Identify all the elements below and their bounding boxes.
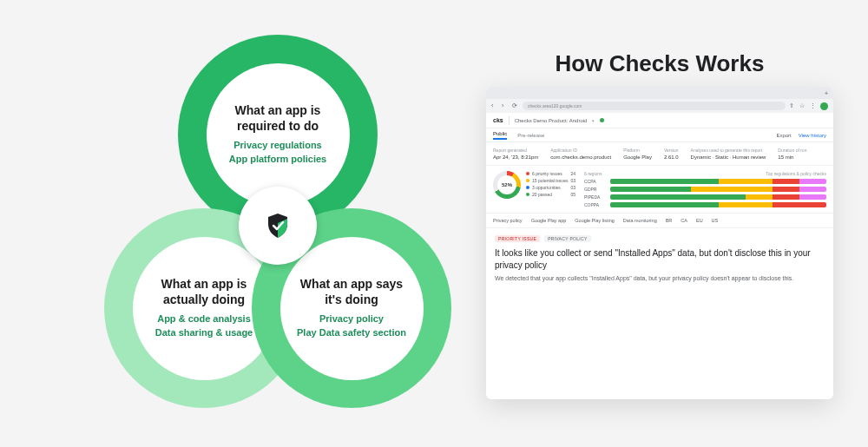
reg-bar [610,187,826,192]
filter-chips: Privacy policy Google Play app Google Pl… [486,214,833,228]
url-field[interactable]: checks.area120.google.com [523,102,786,110]
dot-icon [526,193,529,196]
dot-icon [526,186,529,189]
text: 3 opportunities [532,185,561,190]
chip[interactable]: Data monitoring [623,218,657,223]
count: 03 [570,178,575,183]
priority-headline: It looks like you collect or send "Insta… [495,247,825,271]
reg-row: PIPEDA [584,194,826,200]
reg-row: COPPA [584,202,826,207]
view-history-link[interactable]: View history [799,133,826,138]
label: Duration of run [778,148,806,153]
forward-icon[interactable]: › [502,102,509,109]
text: 6 priority issues [532,171,562,176]
reg-bar [610,194,826,200]
reg-name: GDPR [584,187,607,192]
browser-url-bar: ‹ › ⟳ checks.area120.google.com ⇧ ☆ ⋮ [486,99,833,113]
value: com.checks.demo.product [550,154,611,160]
donut-pct: 52% [497,175,516,194]
report-metadata: Report generated Apr 24, '23, 8:21pm App… [486,142,833,166]
reg-bar [610,179,826,184]
overview-right: 6 regions Top regulations & policy check… [584,171,826,207]
chip[interactable]: US [712,218,719,223]
count: 05 [570,192,575,197]
overview-head: 6 regions Top regulations & policy check… [584,171,826,176]
venn-required-heading: What an app is required to do [217,103,339,134]
venn-says-line1: Privacy policy [319,312,384,325]
product-name[interactable]: Checks Demo Product: Android [515,118,588,123]
dot-icon [526,172,529,175]
venn-actually-line2: Data sharing & usage [155,326,253,339]
label: Version [664,148,679,153]
venn-says-heading: What an app says it's doing [291,277,413,307]
count: 03 [570,185,575,190]
chip[interactable]: EU [696,218,703,223]
priority-tags: PRIORITY ISSUE PRIVACY POLICY [495,235,825,242]
count: 24 [570,171,575,176]
meta-appid: Application ID com.checks.demo.product [550,148,611,160]
tab-public[interactable]: Public [493,131,507,140]
chip: Dynamic [691,154,711,160]
shield-check-icon [263,211,293,240]
meta-version: Version 2.61.0 [664,148,679,160]
legend-priority: 6 priority issues24 [526,171,575,176]
chip[interactable]: Google Play listing [575,218,615,223]
star-icon[interactable]: ☆ [799,102,806,109]
app-logo-text: cks [493,117,503,123]
meta-analyses: Analyses used to generate this report Dy… [691,148,766,160]
value: Apr 24, '23, 8:21pm [493,154,538,160]
reg-row: GDPR [584,187,826,192]
reg-name: COPPA [584,202,607,207]
legend-opportunity: 3 opportunities03 [526,185,575,190]
chevron-down-icon[interactable]: ▾ [592,118,595,123]
text: 20 passed [532,192,552,197]
value: Google Play [623,154,652,160]
venn-required-line2: App platform policies [229,153,326,166]
value: 2.61.0 [664,154,679,160]
menu-icon[interactable]: ⋮ [810,102,817,109]
label: Analyses used to generate this report [691,148,766,153]
report-tabs: Public Pre-release Export View history [486,128,833,142]
venn-inner-required: What an app is required to do Privacy re… [207,63,350,207]
label: Report generated [493,148,538,153]
regs-title: Top regulations & policy checks [766,171,826,176]
back-icon[interactable]: ‹ [491,102,498,109]
export-link[interactable]: Export [776,133,791,138]
dot-icon [526,179,529,182]
chip[interactable]: BR [666,218,673,223]
tag-category: PRIVACY POLICY [544,235,590,242]
text: 15 potential issues [532,178,568,183]
value: 15 min [778,154,806,160]
priority-issue-card: PRIORITY ISSUE PRIVACY POLICY It looks l… [486,228,833,290]
chip[interactable]: Privacy policy [493,218,523,223]
venn-inner-says: What an app says it's doing Privacy poli… [280,237,424,380]
venn-required-line1: Privacy regulations [233,139,322,152]
reg-name: CCPA [584,179,607,184]
meta-generated: Report generated Apr 24, '23, 8:21pm [493,148,538,160]
page-title: How Checks Works [486,50,833,77]
chip: Static [715,154,728,160]
priority-subtext: We detected that your app collects "Inst… [495,274,825,283]
venn-center-logo [239,187,317,265]
status-dot [600,118,604,122]
meta-platform: Platform Google Play [623,148,652,160]
refresh-icon[interactable]: ⟳ [512,102,519,109]
browser-tab-strip: + [486,87,833,99]
venn-says-line2: Play Data safety section [297,326,406,339]
venn-actually-heading: What an app is actually doing [143,277,266,307]
score-donut: 52% [493,171,521,199]
chip[interactable]: Google Play app [531,218,567,223]
label: Application ID [550,148,611,153]
legend-passed: 20 passed05 [526,192,575,197]
reg-bar [610,202,826,207]
venn-diagram: What an app is required to do Privacy re… [104,35,451,417]
chip[interactable]: CA [681,218,687,223]
overview-section: 52% 6 priority issues24 15 potential iss… [486,166,833,214]
plus-icon[interactable]: + [825,90,828,96]
reg-row: CCPA [584,179,826,184]
avatar[interactable] [820,102,828,110]
tab-prerelease[interactable]: Pre-release [517,133,544,138]
share-icon[interactable]: ⇧ [789,102,796,109]
divider [509,116,510,125]
tag-priority: PRIORITY ISSUE [495,235,540,242]
